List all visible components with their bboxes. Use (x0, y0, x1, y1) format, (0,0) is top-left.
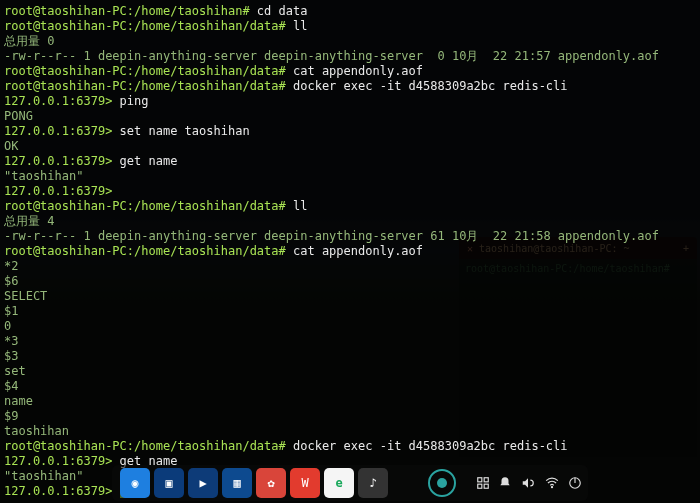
terminal-icon[interactable] (392, 468, 422, 498)
terminal-line: PONG (4, 109, 696, 124)
terminal-line: root@taoshihan-PC:/home/taoshihan/data# … (4, 64, 696, 79)
svg-rect-0 (478, 478, 482, 482)
terminal-line: root@taoshihan-PC:/home/taoshihan/data# … (4, 19, 696, 34)
terminal-line: taoshihan (4, 424, 696, 439)
terminal-line: *3 (4, 334, 696, 349)
terminal-line: root@taoshihan-PC:/home/taoshihan/data# … (4, 439, 696, 454)
terminal-line: root@taoshihan-PC:/home/taoshihan/data# … (4, 79, 696, 94)
deepin-appstore-icon[interactable]: ▣ (154, 468, 184, 498)
deepin-media-icon[interactable]: ▶ (188, 468, 218, 498)
terminal-line: name (4, 394, 696, 409)
terminal-line: $4 (4, 379, 696, 394)
wps-icon[interactable]: W (290, 468, 320, 498)
svg-rect-3 (484, 484, 488, 488)
terminal-line: SELECT (4, 289, 696, 304)
taskbar[interactable]: ◉▣▶▦✿We♪ (112, 465, 588, 501)
deepin-movie-icon[interactable]: ▦ (222, 468, 252, 498)
terminal-line: -rw-r--r-- 1 deepin-anything-server deep… (4, 49, 696, 64)
terminal-line: 0 (4, 319, 696, 334)
terminal-line: set (4, 364, 696, 379)
power-icon[interactable] (568, 476, 582, 490)
notifications-icon[interactable] (498, 476, 512, 490)
camera-indicator-icon[interactable] (428, 469, 456, 497)
terminal-line: $1 (4, 304, 696, 319)
terminal-line: $6 (4, 274, 696, 289)
screenshot-icon[interactable] (476, 476, 490, 490)
terminal-line: root@taoshihan-PC:/home/taoshihan/data# … (4, 244, 696, 259)
terminal-line: "taoshihan" (4, 169, 696, 184)
system-tray (468, 476, 582, 490)
svg-point-4 (551, 487, 552, 488)
terminal-line: 总用量 4 (4, 214, 696, 229)
deepin-launcher-icon[interactable]: ◉ (120, 468, 150, 498)
qq-music-icon[interactable]: ♪ (358, 468, 388, 498)
terminal-line: -rw-r--r-- 1 deepin-anything-server deep… (4, 229, 696, 244)
svg-rect-1 (484, 478, 488, 482)
terminal-line: *2 (4, 259, 696, 274)
terminal-line: OK (4, 139, 696, 154)
terminal-line: root@taoshihan-PC:/home/taoshihan/data# … (4, 199, 696, 214)
svg-rect-2 (478, 484, 482, 488)
terminal-line: 127.0.0.1:6379> set name taoshihan (4, 124, 696, 139)
terminal-line: $3 (4, 349, 696, 364)
dock: ◉▣▶▦✿We♪ (118, 468, 424, 498)
terminal[interactable]: root@taoshihan-PC:/home/taoshihan# cd da… (0, 0, 700, 503)
terminal-line: 127.0.0.1:6379> ping (4, 94, 696, 109)
control-center-icon[interactable]: ✿ (256, 468, 286, 498)
terminal-line: $9 (4, 409, 696, 424)
browser-360-icon[interactable]: e (324, 468, 354, 498)
wifi-icon[interactable] (544, 476, 560, 490)
terminal-line: 127.0.0.1:6379> (4, 184, 696, 199)
terminal-line: 总用量 0 (4, 34, 696, 49)
terminal-line: 127.0.0.1:6379> get name (4, 154, 696, 169)
terminal-line: root@taoshihan-PC:/home/taoshihan# cd da… (4, 4, 696, 19)
volume-icon[interactable] (520, 476, 536, 490)
